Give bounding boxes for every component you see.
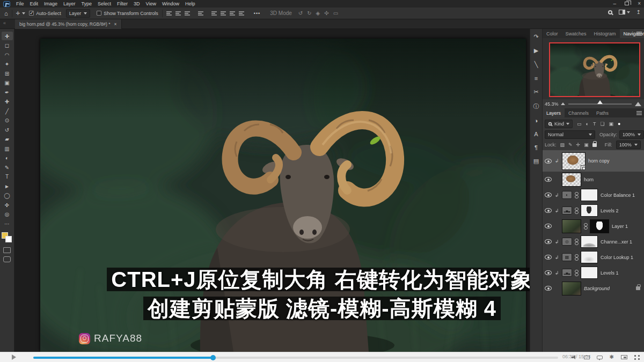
tab-close-icon[interactable]: × [114, 21, 117, 27]
captions-icon[interactable] [597, 356, 603, 359]
fill-dropdown[interactable]: 100% [616, 141, 641, 149]
layer-mask-thumbnail[interactable] [581, 267, 598, 279]
menu-type[interactable]: Type [82, 1, 92, 6]
menu-3d[interactable]: 3D [134, 1, 140, 6]
minimize-button[interactable]: – [613, 1, 617, 6]
zoom-value[interactable]: 45.3% [545, 101, 561, 107]
video-progress-track[interactable] [33, 357, 558, 359]
tool-hand[interactable]: ✜ [2, 201, 13, 209]
tool-zoom[interactable]: ◎ [2, 210, 13, 219]
color-lookup-icon[interactable]: ▦ [562, 253, 572, 261]
layer-name[interactable]: Levels 2 [601, 208, 619, 213]
lock-all-icon[interactable] [592, 143, 597, 147]
menu-filter[interactable]: Filter [117, 1, 128, 6]
layer-name[interactable]: Background [584, 286, 610, 291]
workspace-switcher[interactable] [619, 10, 630, 14]
align-center-h-icon[interactable] [175, 11, 182, 16]
adjustments-panel-icon[interactable]: ◑ [535, 117, 538, 124]
panel-menu-icon[interactable] [636, 32, 642, 36]
tab-color[interactable]: Color [543, 29, 562, 38]
zoom-slider-thumb[interactable] [597, 100, 603, 104]
align-right-icon[interactable] [185, 11, 191, 16]
visibility-eye-icon[interactable] [545, 270, 552, 275]
clone-source-panel-icon[interactable]: ≡ [535, 75, 538, 82]
visibility-eye-icon[interactable] [545, 208, 552, 213]
levels-icon[interactable]: ▂▅▃ [562, 269, 572, 277]
layer-name[interactable]: Color Lookup 1 [601, 255, 633, 260]
zoom-slider[interactable] [568, 104, 632, 105]
settings-gear-icon[interactable]: ✱ [610, 354, 614, 360]
color-balance-icon[interactable]: ◐ [562, 191, 572, 199]
menu-image[interactable]: Image [44, 1, 57, 6]
miniplayer-icon[interactable] [621, 355, 627, 359]
layer-mask-thumbnail[interactable] [581, 204, 598, 217]
visibility-eye-icon[interactable] [545, 177, 552, 182]
layer-row-horn[interactable]: ↲ horn [543, 172, 644, 187]
tool-preset-chevron-icon[interactable] [22, 12, 25, 14]
visibility-eye-icon[interactable] [545, 239, 552, 244]
tool-frame[interactable]: ▣ [2, 79, 13, 87]
levels-icon[interactable]: ▂▅▃ [562, 206, 572, 215]
auto-select-checkbox[interactable] [29, 11, 34, 16]
tool-path-select[interactable]: ► [2, 182, 13, 190]
lock-pixels-icon[interactable]: ✎ [568, 142, 573, 147]
fullscreen-icon[interactable] [634, 355, 640, 360]
layer-mask-thumbnail[interactable] [581, 251, 598, 263]
menu-select[interactable]: Select [98, 1, 111, 6]
filter-shape-layers-icon[interactable]: ❏ [600, 121, 604, 127]
show-transform-checkbox[interactable] [97, 11, 101, 16]
layer-name[interactable]: Layer 1 [612, 224, 628, 229]
tool-dodge[interactable]: ◐ [2, 154, 13, 162]
search-icon[interactable] [608, 10, 612, 14]
move-tool-preset-icon[interactable]: ✛ [16, 11, 20, 16]
3d-roll-icon[interactable]: ↻ [307, 10, 311, 16]
auto-select-target-dropdown[interactable]: Layer [66, 9, 91, 18]
align-middle-icon[interactable] [221, 11, 227, 16]
brush-settings-panel-icon[interactable]: ╲ [535, 61, 538, 68]
align-left-icon[interactable] [166, 11, 173, 16]
menu-layer[interactable]: Layer [63, 1, 76, 6]
visibility-eye-icon[interactable] [545, 159, 552, 164]
filter-type-layers-icon[interactable]: T [593, 121, 596, 127]
tool-move[interactable]: ✛ [2, 32, 13, 40]
tool-lasso[interactable]: ◠ [2, 50, 13, 59]
layer-row-levels-1[interactable]: ↲ ▂▅▃ Levels 1 [543, 265, 644, 280]
tool-shape[interactable]: ◯ [2, 191, 13, 200]
tool-clone-stamp[interactable]: ⊙ [2, 116, 13, 125]
3d-orbit-icon[interactable]: ↺ [298, 10, 303, 16]
layer-row-color-balance-1[interactable]: ↲ ◐ Color Balance 1 [543, 187, 644, 203]
zoom-out-icon[interactable] [561, 102, 565, 105]
menu-window[interactable]: Window [162, 1, 179, 6]
menu-file[interactable]: File [16, 1, 24, 6]
screen-mode-button[interactable] [3, 256, 11, 262]
character-panel-icon[interactable]: A [534, 131, 538, 137]
volume-icon[interactable] [572, 355, 577, 359]
maximize-restore-button[interactable] [625, 2, 629, 5]
tool-eraser[interactable]: ▰ [2, 135, 13, 144]
info-panel-icon[interactable]: ⓘ [533, 102, 539, 110]
filter-toggle-icon[interactable]: ● [618, 121, 620, 127]
distribute-v-icon[interactable] [239, 11, 245, 16]
layer-row-color-lookup-1[interactable]: ↲ ▦ Color Lookup 1 [543, 249, 644, 265]
layer-name[interactable]: horn copy [588, 158, 610, 164]
tool-eyedropper[interactable]: ✒ [2, 88, 13, 97]
tab-swatches[interactable]: Swatches [562, 29, 590, 38]
tool-type[interactable]: T [2, 173, 13, 181]
visibility-eye-icon[interactable] [545, 193, 552, 197]
tool-history-brush[interactable]: ↺ [2, 125, 13, 134]
layer-name[interactable]: Channe...xer 1 [601, 239, 632, 245]
layer-mask-thumbnail[interactable] [581, 189, 598, 201]
layer-name[interactable]: horn [584, 177, 594, 182]
filter-smart-objects-icon[interactable]: ▣ [609, 121, 614, 127]
opacity-dropdown[interactable]: 100% [619, 130, 644, 139]
photoshop-app-icon[interactable] [3, 1, 10, 7]
visibility-eye-icon[interactable] [545, 255, 552, 260]
actions-panel-icon[interactable]: ▶ [534, 47, 538, 54]
layer-thumbnail[interactable] [562, 219, 581, 233]
layer-row-horn-copy[interactable]: ↲ horn copy [543, 150, 644, 172]
layer-row-channel-mixer-1[interactable]: ↲ ◎ Channe...xer 1 [543, 234, 644, 249]
filter-pixel-layers-icon[interactable]: ▭ [577, 121, 582, 127]
layer-row-background[interactable]: ↲ Background [543, 280, 644, 296]
3d-slide-icon[interactable]: ✣ [324, 10, 328, 16]
align-top-icon[interactable] [211, 11, 218, 16]
